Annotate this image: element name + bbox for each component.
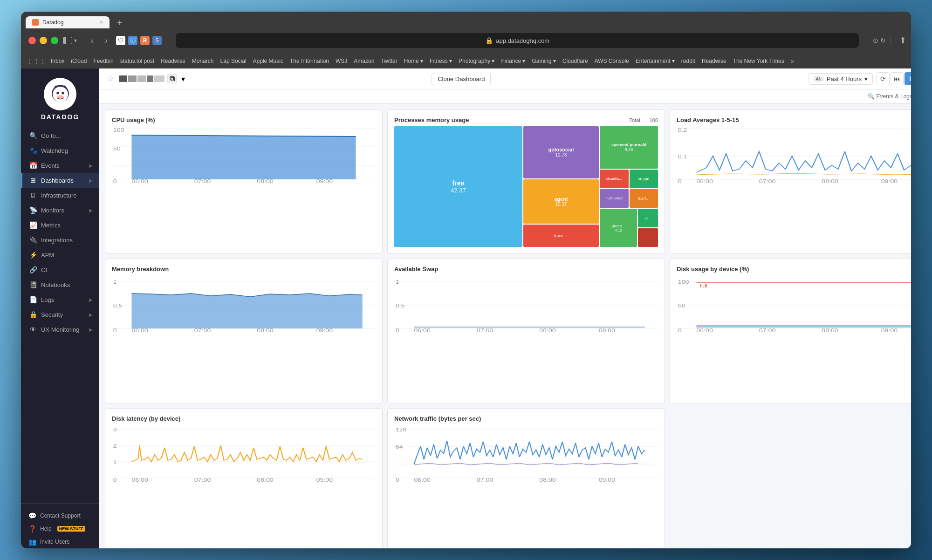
time-range-btn[interactable]: 4h Past 4 Hours ▾ <box>809 73 873 85</box>
bookmark-cloudflare[interactable]: Cloudflare <box>561 57 590 65</box>
tm-free-cell[interactable]: free 42.37 <box>394 126 522 247</box>
info-extension[interactable]: ⓘ <box>128 36 137 45</box>
tm-snapd-cell[interactable]: snapd <box>630 170 658 188</box>
nav-ci[interactable]: 🔗 CI <box>21 262 99 277</box>
help-item[interactable]: ❓ Help NEW STUFF <box>27 522 94 535</box>
address-bar[interactable]: 🔒 app.datadoghq.com <box>176 33 859 48</box>
maximize-traffic-light[interactable] <box>51 37 58 44</box>
bookmark-readwise[interactable]: Readwise <box>159 57 187 65</box>
r-extension[interactable]: R <box>140 36 150 45</box>
tm-ss-cell[interactable]: ss... <box>638 209 658 227</box>
bookmark-feedbin[interactable]: Feedbin <box>91 57 115 65</box>
nav-goto[interactable]: 🔍 Go to... <box>21 128 99 143</box>
bookmarks-more[interactable]: » <box>791 57 795 65</box>
full-label: full <box>700 284 707 288</box>
share-btn[interactable]: ⬆ <box>896 34 910 48</box>
nav-apm[interactable]: ⚡ APM <box>21 247 99 262</box>
back-btn[interactable]: ‹ <box>87 34 97 48</box>
camera-icon[interactable]: ⊙ <box>873 37 878 44</box>
nav-watchdog[interactable]: 🐾 Watchdog <box>21 143 99 158</box>
nav-integrations-label: Integrations <box>41 237 93 244</box>
bookmark-twitter[interactable]: Twitter <box>379 57 399 65</box>
nav-logs[interactable]: 📄 Logs ▶ <box>21 292 99 307</box>
available-swap-chart: 1 0.5 0 06:00 07:00 08:00 09:00 <box>394 277 658 396</box>
nav-notebooks[interactable]: 📓 Notebooks <box>21 277 99 292</box>
sidebar-toggle-arrow[interactable]: ▾ <box>74 37 77 44</box>
tm-usr-cell[interactable]: /usr/... <box>630 189 658 208</box>
nav-security[interactable]: 🔒 Security ▶ <box>21 307 99 322</box>
forward-btn[interactable]: › <box>101 34 111 48</box>
memory-breakdown-widget: Memory breakdown 1 0.5 0 <box>105 259 383 403</box>
search-small-icon: 🔍 <box>868 93 875 100</box>
playback-controls: ⟳ ⏮ ⏸ ⏭ 🔍 <box>877 72 911 85</box>
refresh-icon[interactable]: ↻ <box>880 37 886 44</box>
bookmark-inbox[interactable]: Inbox <box>49 57 66 65</box>
svg-text:0: 0 <box>678 328 682 333</box>
bookmark-icloud[interactable]: iCloud <box>69 57 89 65</box>
tm-gotosocial-cell[interactable]: gotosocial 12.73 <box>523 126 599 178</box>
active-tab[interactable]: Datadog × <box>26 16 110 28</box>
bookmark-nyt[interactable]: The New York Times <box>731 57 786 65</box>
shield-extension[interactable]: 🛡 <box>116 36 125 45</box>
nav-events[interactable]: 📅 Events ▶ <box>21 158 99 173</box>
clone-dashboard-btn[interactable]: Clone Dashboard <box>432 73 491 85</box>
contact-support-item[interactable]: 💬 Contact Support <box>27 509 94 522</box>
nav-infrastructure[interactable]: 🖥 Infrastructure <box>21 188 99 203</box>
bookmark-monarch[interactable]: Monarch <box>190 57 216 65</box>
bookmark-fitness[interactable]: Fitness ▾ <box>428 57 454 65</box>
grid-icon[interactable]: ⋮⋮⋮ <box>27 57 46 65</box>
events-logs-btn[interactable]: 🔍 Events & Logs <box>864 91 911 102</box>
step-back-btn[interactable]: ⏮ <box>891 72 904 85</box>
bookmark-readwise2[interactable]: Readwise <box>700 57 728 65</box>
bookmark-aws[interactable]: AWS Console <box>593 57 631 65</box>
bookmark-wsj[interactable]: WSJ <box>334 57 349 65</box>
bookmark-status[interactable]: status.lol post <box>118 57 156 65</box>
tm-multipathd-cell[interactable]: multipathed <box>600 189 628 208</box>
svg-point-5 <box>62 92 64 95</box>
tab-close-btn[interactable]: × <box>100 19 103 26</box>
copy-icon[interactable]: ⧉ <box>167 74 177 83</box>
tm-trace-cell[interactable]: trace-... <box>523 225 599 247</box>
bookmark-entertainment[interactable]: Entertainment ▾ <box>634 57 677 65</box>
play-pause-btn[interactable]: ⏸ <box>905 72 911 85</box>
disk-latency-title: Disk latency (by device) <box>112 415 376 422</box>
nav-monitors[interactable]: 📡 Monitors ▶ <box>21 203 99 218</box>
nav-dashboards[interactable]: ⊞ Dashboards ▶ <box>21 173 99 188</box>
tm-cloudfla-cell[interactable]: cloudfla... <box>600 170 628 188</box>
sidebar-toggle[interactable]: ▾ <box>63 37 77 44</box>
bookmark-information[interactable]: The Information <box>288 57 331 65</box>
bookmark-gaming[interactable]: Gaming ▾ <box>530 57 558 65</box>
tm-gotosocial-value: 12.73 <box>555 152 567 157</box>
bookmark-finance[interactable]: Finance ▾ <box>499 57 527 65</box>
close-traffic-light[interactable] <box>28 37 36 44</box>
bookmark-apple-music[interactable]: Apple Music <box>251 57 285 65</box>
tm-proce-cell[interactable]: proce... 4.12 <box>600 209 637 247</box>
tm-agent-label: agent <box>554 196 568 202</box>
nav-ux-monitoring[interactable]: 👁 UX Monitoring ▶ <box>21 322 99 337</box>
svg-text:0.5: 0.5 <box>113 303 123 308</box>
nav-integrations[interactable]: 🔌 Integrations <box>21 232 99 247</box>
tm-agent-cell[interactable]: agent 10.37 <box>523 179 599 224</box>
bookmark-home[interactable]: Home ▾ <box>402 57 425 65</box>
bookmark-photography[interactable]: Photography ▾ <box>457 57 496 65</box>
s-extension[interactable]: S <box>152 36 162 45</box>
refresh-sync-btn[interactable]: ⟳ <box>877 72 890 85</box>
tm-extra-cell[interactable] <box>638 228 658 247</box>
svg-text:128: 128 <box>396 427 407 432</box>
tm-systemd-cell[interactable]: systemd-journald 8.49 <box>600 126 658 169</box>
bookmark-amazon[interactable]: Amazon <box>352 57 376 65</box>
total-value: 100 <box>650 117 658 123</box>
browser-frame: Datadog × + ▾ ‹ <box>21 12 911 548</box>
favorite-star[interactable]: ☆ <box>107 74 114 84</box>
security-arrow: ▶ <box>89 312 93 317</box>
nav-metrics[interactable]: 📈 Metrics <box>21 218 99 232</box>
chevron-down-icon[interactable]: ▾ <box>178 74 188 83</box>
new-tab-btn[interactable]: + <box>113 18 126 28</box>
bookmark-lap[interactable]: Lap Social <box>219 57 248 65</box>
invite-users-item[interactable]: 👥 Invite Users <box>27 535 94 548</box>
minimize-traffic-light[interactable] <box>40 37 47 44</box>
svg-text:07:00: 07:00 <box>477 478 493 483</box>
disk-latency-widget: Disk latency (by device) 3 2 1 <box>105 408 383 548</box>
bookmark-reddit[interactable]: reddit <box>679 57 697 65</box>
available-swap-title: Available Swap <box>394 266 658 273</box>
